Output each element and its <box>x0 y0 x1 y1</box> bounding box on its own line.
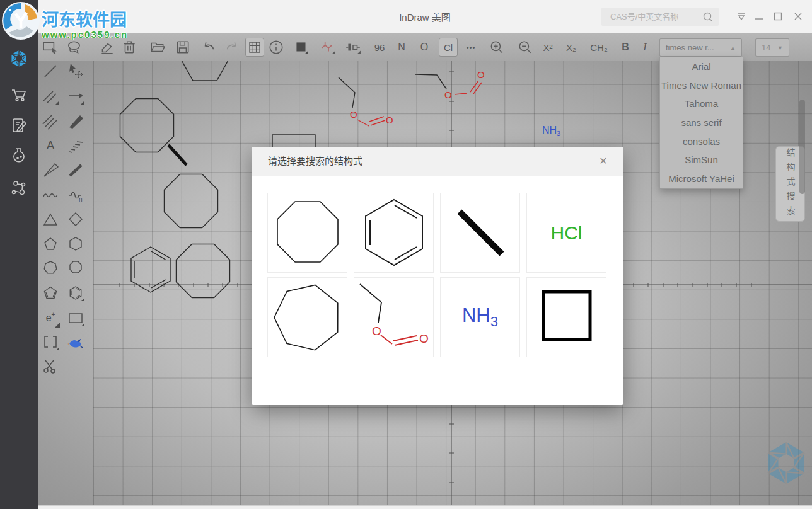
wedge-bond-tool[interactable] <box>66 111 86 131</box>
hcl-label: HCl <box>551 222 583 244</box>
svg-text:O: O <box>444 89 452 100</box>
maximize-button[interactable] <box>769 8 787 25</box>
font-option-simsun[interactable]: SimSun <box>660 151 743 169</box>
zoom-in-button[interactable] <box>487 38 506 57</box>
superscript-button[interactable]: X² <box>538 38 557 57</box>
cart-icon[interactable] <box>9 85 28 104</box>
indraw-logo-icon <box>9 49 28 68</box>
dialog-title: 请选择要搜索的结构式 <box>268 147 362 176</box>
caret-up-icon: ▲ <box>730 45 736 51</box>
search-icon[interactable] <box>702 11 714 23</box>
bracket-tool[interactable] <box>40 332 61 352</box>
pin-panel-icon[interactable] <box>733 8 750 25</box>
more-elements-button[interactable]: ••• <box>461 38 480 57</box>
tile-cyclobutane[interactable] <box>526 277 606 357</box>
abbreviation-button[interactable] <box>344 38 362 57</box>
flask-icon[interactable] <box>9 146 28 165</box>
bold-bond-tool[interactable] <box>66 160 86 180</box>
close-button[interactable] <box>789 8 807 25</box>
select-rect-tool[interactable] <box>41 38 60 57</box>
bird-template-tool[interactable] <box>66 332 86 352</box>
subscript-button[interactable]: X₂ <box>562 38 581 57</box>
app-sidebar <box>0 0 38 509</box>
hollow-wedge-bond-tool[interactable] <box>40 160 61 180</box>
cyclopentadiene-tool[interactable] <box>40 283 61 303</box>
font-dropdown-list: Arial Times New Roman Tahoma sans serif … <box>659 57 743 189</box>
element-n-button[interactable]: N <box>392 38 411 57</box>
single-bond-tool[interactable] <box>40 61 61 81</box>
svg-text:O: O <box>386 115 393 125</box>
cas-search-box <box>601 8 719 26</box>
font-option-tahoma[interactable]: Tahoma <box>660 94 743 113</box>
app-window: O O O O NH3 A <box>0 0 812 509</box>
cyclopentane-tool[interactable] <box>40 234 61 254</box>
polymer-repeat-tool[interactable]: n <box>66 185 86 205</box>
undo-button[interactable] <box>199 38 218 57</box>
structure-search-dialog: 请选择要搜索的结构式 × HCl OO NH3 <box>252 147 624 405</box>
arrow-tool[interactable] <box>66 86 86 106</box>
font-family-select[interactable]: times new r...▲ <box>659 38 742 57</box>
cyclohexane-tool[interactable] <box>66 234 86 254</box>
svg-text:O: O <box>350 109 357 120</box>
nh3-label: NH3 <box>462 304 498 330</box>
eraser-tool[interactable] <box>98 38 117 57</box>
cyclooctane-tool[interactable] <box>66 258 86 278</box>
dialog-close-button[interactable]: × <box>596 153 611 168</box>
italic-button[interactable]: I <box>635 38 654 57</box>
document-edit-icon[interactable] <box>9 116 28 135</box>
font-option-sans-serif[interactable]: sans serif <box>660 113 743 132</box>
tool-palette: A n e+ <box>38 61 93 505</box>
benzene-tool[interactable] <box>66 283 86 303</box>
canvas-nh3-label: NH3 <box>542 125 560 137</box>
svg-text:O: O <box>419 332 429 345</box>
tile-cycloheptane[interactable] <box>267 277 347 357</box>
molecule-icon[interactable] <box>9 178 28 197</box>
ch2-button[interactable]: CH₂ <box>588 38 610 57</box>
element-o-button[interactable]: O <box>415 38 434 57</box>
svg-text:O: O <box>477 69 485 80</box>
tile-ammonia[interactable]: NH3 <box>440 277 520 357</box>
info-button[interactable] <box>267 38 286 57</box>
font-option-consolas[interactable]: consolas <box>660 132 743 151</box>
cyclopropane-tool[interactable] <box>40 209 61 229</box>
chain-length-button[interactable]: 96 <box>370 38 389 57</box>
hash-bond-tool[interactable] <box>66 135 86 156</box>
cyclobutane-diamond-tool[interactable] <box>66 209 86 229</box>
rectangle-tool[interactable] <box>66 308 86 328</box>
charge-tool[interactable]: e+ <box>40 308 61 328</box>
vertical-scrollbar[interactable] <box>799 100 805 194</box>
font-option-arial[interactable]: Arial <box>660 57 743 76</box>
bold-button[interactable]: B <box>616 38 635 57</box>
cas-search-input[interactable] <box>601 8 705 26</box>
element-cl-button[interactable]: Cl <box>439 38 458 57</box>
font-option-times-new-roman[interactable]: Times New Roman <box>660 76 743 95</box>
save-button[interactable] <box>173 38 192 57</box>
tile-cyclooctane[interactable] <box>267 193 347 273</box>
tile-hcl[interactable]: HCl <box>526 193 606 273</box>
scissors-tool[interactable] <box>40 356 61 376</box>
tile-bold-bond[interactable] <box>440 193 520 273</box>
caret-down-icon: ▼ <box>777 45 783 51</box>
wavy-bond-tool[interactable] <box>40 185 61 205</box>
triple-bond-tool[interactable] <box>40 111 61 131</box>
move-cursor-tool[interactable] <box>66 61 86 81</box>
open-file-button[interactable] <box>148 38 167 57</box>
text-tool[interactable]: A <box>40 135 61 156</box>
delete-trash-tool[interactable] <box>120 38 139 57</box>
cycloheptane-tool[interactable] <box>40 258 61 278</box>
minimize-button[interactable] <box>750 8 768 25</box>
color-swatch-button[interactable] <box>292 38 311 57</box>
double-bond-tool[interactable] <box>40 86 61 106</box>
svg-text:O: O <box>372 324 381 338</box>
tile-benzene[interactable] <box>354 193 434 273</box>
svg-text:n: n <box>79 196 83 203</box>
tile-ethyl-formate[interactable]: OO <box>354 277 434 357</box>
grid-view-button[interactable] <box>245 38 264 57</box>
dialog-header: 请选择要搜索的结构式 × <box>252 147 624 176</box>
font-size-select[interactable]: 14▼ <box>755 38 789 57</box>
font-option-microsoft-yahei[interactable]: Microsoft YaHei <box>660 169 743 188</box>
redo-button[interactable] <box>223 38 241 57</box>
lasso-select-tool[interactable] <box>65 38 84 57</box>
clean-structure-button[interactable] <box>318 38 337 57</box>
zoom-out-button[interactable] <box>516 38 535 57</box>
